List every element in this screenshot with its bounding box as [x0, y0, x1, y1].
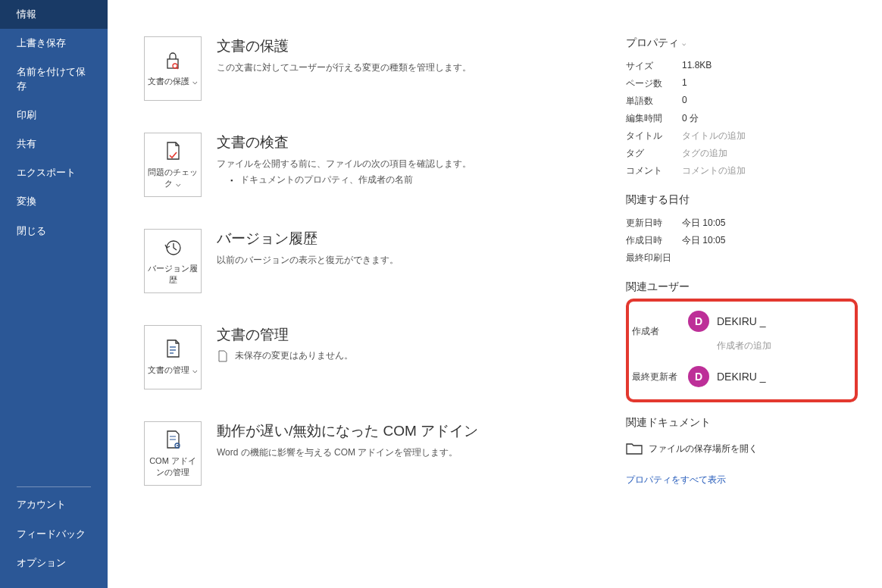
section-desc-history: 以前のバージョンの表示と復元ができます。 — [217, 253, 611, 267]
related-documents-block: 関連ドキュメント ファイルの保存場所を開く — [626, 416, 858, 460]
section-desc-inspect: ファイルを公開する前に、ファイルの次の項目を確認します。 — [217, 157, 611, 170]
section-title-com: 動作が遅い/無効になった COM アドイン — [217, 421, 611, 441]
open-file-location[interactable]: ファイルの保存場所を開く — [626, 437, 858, 460]
svg-point-10 — [177, 445, 178, 446]
sidebar-item-saveas[interactable]: 名前を付けて保存 — [0, 58, 108, 100]
sidebar-item-account[interactable]: アカウント — [0, 490, 108, 519]
related-users-highlight: 作成者 D DEKIRU _ 作成者の追加 最終更新者 D DE — [626, 299, 858, 402]
prop-label-words: 単語数 — [626, 95, 682, 108]
avatar: D — [688, 311, 709, 332]
history-icon — [161, 236, 185, 260]
prop-label-comment: コメント — [626, 164, 682, 177]
section-protect: 文書の保護 ⌵ 文書の保護 この文書に対してユーザーが行える変更の種類を管理しま… — [144, 36, 611, 101]
section-title-history: バージョン履歴 — [217, 229, 611, 249]
prop-value-words: 0 — [682, 95, 687, 108]
prop-label-edit-time: 編集時間 — [626, 112, 682, 125]
section-inspect: 問題のチェック ⌵ 文書の検査 ファイルを公開する前に、ファイルの次の項目を確認… — [144, 133, 611, 197]
sidebar-item-save[interactable]: 上書き保存 — [0, 29, 108, 58]
tile-label: COM アドインの管理 — [146, 455, 199, 477]
prop-value-title[interactable]: タイトルの追加 — [682, 130, 746, 142]
manage-none-row: 未保存の変更はありません。 — [217, 349, 611, 362]
folder-icon — [626, 442, 643, 455]
related-documents-header: 関連ドキュメント — [626, 416, 858, 430]
gear-document-icon — [161, 428, 185, 452]
prop-label-size: サイズ — [626, 60, 682, 73]
section-title-inspect: 文書の検査 — [217, 133, 611, 152]
main-panel: 文書の保護 ⌵ 文書の保護 この文書に対してユーザーが行える変更の種類を管理しま… — [108, 0, 882, 588]
date-modified-label: 更新日時 — [626, 217, 682, 230]
show-all-properties-link[interactable]: プロパティをすべて表示 — [626, 474, 858, 486]
tile-version-history[interactable]: バージョン履歴 — [144, 229, 202, 293]
prop-label-tag: タグ — [626, 147, 682, 160]
open-file-location-label: ファイルの保存場所を開く — [649, 443, 758, 455]
sidebar-item-convert[interactable]: 変換 — [0, 187, 108, 216]
sidebar-item-print[interactable]: 印刷 — [0, 101, 108, 130]
tile-manage-com-addins[interactable]: COM アドインの管理 — [144, 421, 202, 486]
manage-none-text: 未保存の変更はありません。 — [235, 349, 353, 362]
properties-dropdown[interactable]: プロパティ⌵ — [626, 36, 858, 50]
properties-block: プロパティ⌵ サイズ11.8KB ページ数1 単語数0 編集時間0 分 タイトル… — [626, 36, 858, 180]
prop-value-pages: 1 — [682, 77, 687, 90]
section-manage: 文書の管理 ⌵ 文書の管理 未保存の変更はありません。 — [144, 325, 611, 389]
tile-label: 文書の管理 ⌵ — [148, 364, 197, 375]
date-modified-value: 今日 10:05 — [682, 217, 725, 230]
section-title-protect: 文書の保護 — [217, 36, 611, 56]
date-printed-label: 最終印刷日 — [626, 252, 682, 264]
sidebar-item-close[interactable]: 閉じる — [0, 217, 108, 246]
prop-value-tag[interactable]: タグの追加 — [682, 147, 727, 160]
prop-label-title: タイトル — [626, 130, 682, 142]
lock-icon — [161, 48, 185, 73]
date-created-label: 作成日時 — [626, 234, 682, 247]
avatar: D — [688, 366, 709, 387]
sidebar-item-options[interactable]: オプション — [0, 549, 108, 577]
tile-check-issues[interactable]: 問題のチェック ⌵ — [144, 133, 202, 197]
related-dates-header: 関連する日付 — [626, 193, 858, 207]
sidebar-item-share[interactable]: 共有 — [0, 130, 108, 158]
author-name: DEKIRU _ — [717, 315, 766, 327]
section-title-manage: 文書の管理 — [217, 325, 611, 345]
section-history: バージョン履歴 バージョン履歴 以前のバージョンの表示と復元ができます。 — [144, 229, 611, 293]
sidebar-divider — [17, 486, 91, 487]
last-modified-by-name: DEKIRU _ — [717, 371, 766, 383]
author-label: 作成者 — [632, 325, 688, 338]
tile-manage-document[interactable]: 文書の管理 ⌵ — [144, 325, 202, 389]
related-users-block: 関連ユーザー 作成者 D DEKIRU _ 作成者の追加 最終更新者 — [626, 280, 858, 402]
related-dates-block: 関連する日付 更新日時今日 10:05 作成日時今日 10:05 最終印刷日 — [626, 193, 858, 267]
section-desc-com: Word の機能に影響を与える COM アドインを管理します。 — [217, 446, 611, 459]
properties-column: プロパティ⌵ サイズ11.8KB ページ数1 単語数0 編集時間0 分 タイトル… — [611, 36, 868, 573]
tile-label: 文書の保護 ⌵ — [148, 76, 197, 86]
tile-protect-document[interactable]: 文書の保護 ⌵ — [144, 36, 202, 101]
last-modified-by-chip[interactable]: D DEKIRU _ — [688, 366, 849, 387]
sidebar-item-info[interactable]: 情報 — [0, 0, 108, 29]
sidebar-item-export[interactable]: エクスポート — [0, 158, 108, 187]
prop-label-pages: ページ数 — [626, 77, 682, 90]
tile-label: バージョン履歴 — [146, 263, 199, 285]
date-created-value: 今日 10:05 — [682, 234, 725, 247]
tile-label: 問題のチェック ⌵ — [146, 167, 199, 189]
document-small-icon — [217, 350, 229, 362]
section-com-addins: COM アドインの管理 動作が遅い/無効になった COM アドイン Word の… — [144, 421, 611, 486]
section-desc-protect: この文書に対してユーザーが行える変更の種類を管理します。 — [217, 61, 611, 74]
related-users-header: 関連ユーザー — [626, 280, 858, 294]
prop-value-size: 11.8KB — [682, 60, 712, 73]
sidebar-item-feedback[interactable]: フィードバック — [0, 520, 108, 549]
chevron-down-icon: ⌵ — [682, 39, 686, 47]
center-column: 文書の保護 ⌵ 文書の保護 この文書に対してユーザーが行える変更の種類を管理しま… — [144, 36, 611, 573]
backstage-sidebar: 情報 上書き保存 名前を付けて保存 印刷 共有 エクスポート 変換 閉じる アカ… — [0, 0, 108, 588]
document-check-icon — [161, 139, 185, 164]
last-modified-by-label: 最終更新者 — [632, 371, 688, 383]
prop-value-comment[interactable]: コメントの追加 — [682, 164, 746, 177]
author-chip[interactable]: D DEKIRU _ — [688, 311, 849, 332]
add-author-link[interactable]: 作成者の追加 — [717, 339, 849, 352]
document-manage-icon — [161, 337, 185, 361]
inspect-bullet: ドキュメントのプロパティ、作成者の名前 — [217, 174, 611, 186]
prop-value-edit-time: 0 分 — [682, 112, 699, 125]
